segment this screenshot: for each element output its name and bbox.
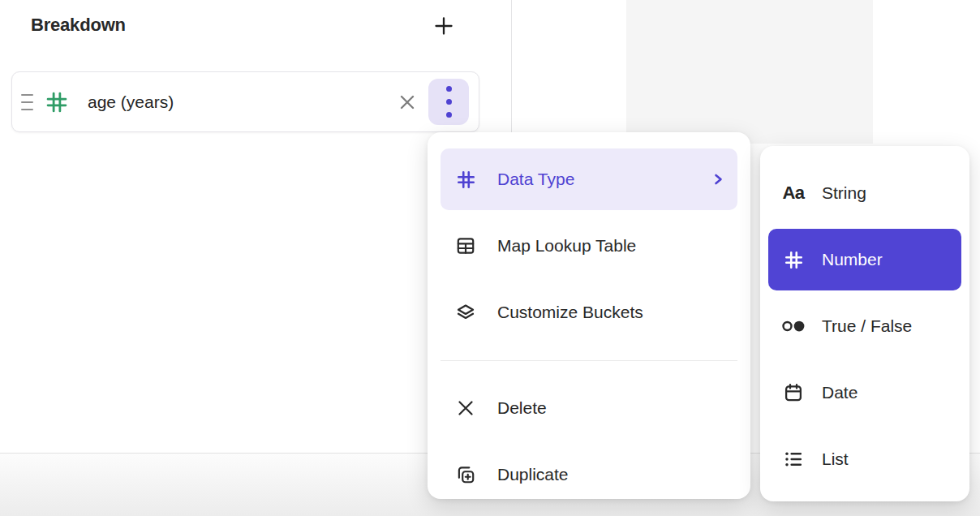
x-icon bbox=[453, 398, 478, 418]
submenu-item-string[interactable]: Aa String bbox=[768, 162, 961, 224]
table-icon bbox=[453, 235, 478, 256]
hash-icon bbox=[453, 169, 478, 191]
submenu-item-label: Date bbox=[822, 383, 858, 402]
breakdown-field-card[interactable]: age (years) bbox=[11, 71, 479, 132]
submenu-item-label: True / False bbox=[822, 316, 912, 336]
submenu-item-list[interactable]: List bbox=[768, 428, 961, 490]
remove-field-button[interactable] bbox=[393, 88, 422, 117]
submenu-item-label: String bbox=[822, 183, 866, 203]
menu-item-label: Customize Buckets bbox=[497, 303, 643, 322]
menu-divider bbox=[441, 360, 737, 361]
menu-item-delete[interactable]: Delete bbox=[441, 377, 737, 439]
menu-item-label: Duplicate bbox=[497, 465, 569, 484]
boolean-circles-icon bbox=[781, 319, 806, 333]
letters-icon: Aa bbox=[781, 183, 806, 204]
chevron-right-icon bbox=[711, 173, 724, 186]
submenu-item-label: Number bbox=[822, 250, 883, 269]
menu-item-duplicate[interactable]: Duplicate bbox=[441, 444, 737, 499]
calendar-icon bbox=[781, 382, 806, 403]
number-type-icon bbox=[44, 89, 70, 115]
kebab-icon bbox=[446, 86, 452, 92]
menu-item-customize-buckets[interactable]: Customize Buckets bbox=[441, 282, 737, 343]
field-context-menu: Data Type Map Lookup Table Customize Buc… bbox=[428, 132, 750, 499]
submenu-item-true-false[interactable]: True / False bbox=[768, 295, 961, 357]
submenu-item-number[interactable]: Number bbox=[768, 229, 961, 290]
menu-item-label: Map Lookup Table bbox=[497, 236, 636, 256]
menu-item-label: Delete bbox=[497, 398, 547, 418]
list-icon bbox=[781, 449, 806, 470]
duplicate-plus-icon bbox=[453, 464, 478, 485]
field-menu-button[interactable] bbox=[428, 79, 469, 125]
panel-title: Breakdown bbox=[31, 15, 126, 36]
menu-item-data-type[interactable]: Data Type bbox=[441, 148, 737, 210]
x-icon bbox=[396, 91, 419, 114]
menu-item-label: Data Type bbox=[497, 170, 574, 189]
add-breakdown-button[interactable] bbox=[429, 11, 458, 41]
plus-icon bbox=[432, 15, 455, 37]
layers-icon bbox=[453, 302, 478, 323]
hash-icon bbox=[781, 249, 806, 271]
submenu-item-label: List bbox=[822, 449, 849, 469]
menu-item-map-lookup-table[interactable]: Map Lookup Table bbox=[441, 215, 737, 277]
drag-handle-icon[interactable] bbox=[19, 89, 35, 115]
field-label: age (years) bbox=[88, 92, 174, 112]
data-type-submenu: Aa String Number True / False Date List bbox=[760, 146, 969, 501]
submenu-item-date[interactable]: Date bbox=[768, 362, 961, 424]
canvas-placeholder bbox=[626, 0, 873, 144]
